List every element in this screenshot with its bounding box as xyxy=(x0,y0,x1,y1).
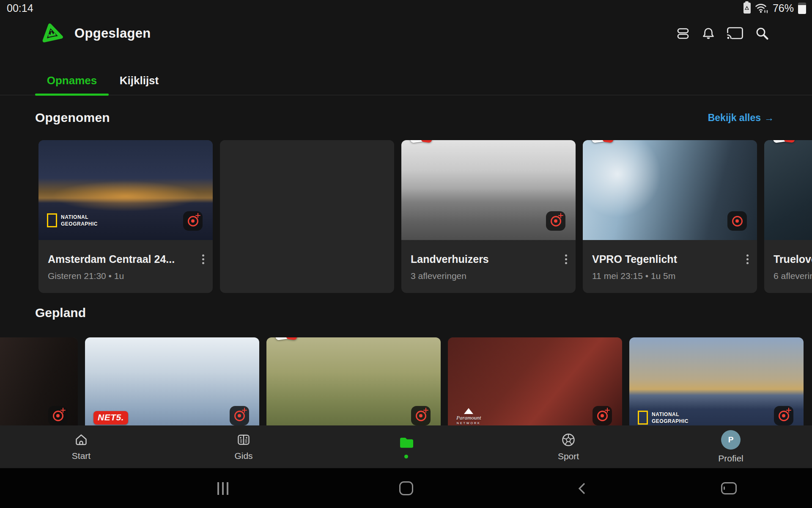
home-button-icon[interactable] xyxy=(397,468,415,508)
clock: 00:14 xyxy=(7,2,33,14)
recents-button-icon[interactable] xyxy=(212,468,233,508)
recording-thumbnail: npo 2 xyxy=(401,140,576,240)
kpn-logo-icon xyxy=(40,22,63,45)
natgeo-logo: NATIONAL GEOGRAPHIC xyxy=(638,411,689,425)
recording-subtitle: 6 afleveringen xyxy=(774,271,812,281)
recording-card-amsterdam[interactable]: NATIONAL GEOGRAPHIC Amsterdam Centraal 2… xyxy=(38,140,213,293)
recording-title: Amsterdam Centraal 24... xyxy=(48,253,187,265)
soccer-ball-icon xyxy=(561,432,576,447)
search-icon[interactable] xyxy=(754,26,770,41)
arrow-right-icon: → xyxy=(764,112,774,124)
record-badge-icon xyxy=(727,211,747,231)
recording-title: VPRO Tegenlicht xyxy=(592,253,732,265)
see-all-link[interactable]: Bekijk alles → xyxy=(708,112,774,124)
brand: Opgeslagen xyxy=(40,22,151,45)
battery-icon xyxy=(798,3,806,14)
record-series-badge-icon xyxy=(546,211,565,231)
home-icon xyxy=(74,433,88,447)
active-tab-dot xyxy=(404,455,408,458)
section-title-recorded: Opgenomen xyxy=(35,110,110,125)
npo2-logo: npo 2 xyxy=(410,140,434,145)
planned-thumbnail: NATIONAL GEOGRAPHIC xyxy=(629,337,804,437)
npo2-logo: npo 2 xyxy=(591,140,616,145)
card-placeholder xyxy=(220,140,394,293)
planned-thumbnail: Paramount NETWORK xyxy=(448,337,622,437)
record-series-badge-icon xyxy=(593,406,612,425)
record-series-badge-icon xyxy=(230,406,249,425)
status-bar: 00:14 76% xyxy=(0,0,812,15)
folder-icon xyxy=(398,435,414,450)
profile-avatar: P xyxy=(721,430,741,450)
planned-thumbnail: npo 2 xyxy=(266,337,441,437)
app-header: Opgeslagen xyxy=(0,15,812,52)
npo2-logo: npo 2 xyxy=(275,337,299,342)
empty-thumbnail xyxy=(220,140,394,240)
back-button-icon[interactable] xyxy=(573,468,592,508)
app-screen: 00:14 76% xyxy=(0,0,812,508)
recording-thumbnail: NATIONAL GEOGRAPHIC xyxy=(38,140,213,240)
natgeo-frame-icon xyxy=(47,213,57,227)
more-options-icon[interactable] xyxy=(202,254,204,264)
recorded-carousel: NATIONAL GEOGRAPHIC Amsterdam Centraal 2… xyxy=(38,140,812,293)
recording-title: Truelove xyxy=(774,253,812,265)
natgeo-frame-icon xyxy=(638,411,648,425)
section-title-planned: Gepland xyxy=(35,306,86,320)
tab-kijklijst-label: Kijklijst xyxy=(120,74,159,87)
record-series-badge-icon xyxy=(183,211,203,231)
status-icons: 76% xyxy=(743,2,806,14)
tab-opnames[interactable]: Opnames xyxy=(35,66,109,95)
floating-window-button-icon[interactable] xyxy=(719,468,738,508)
planned-thumbnail xyxy=(0,337,78,437)
recording-thumbnail: npo 2 xyxy=(764,140,812,240)
nav-item-gids[interactable]: Gids xyxy=(162,425,325,468)
nav-item-sport[interactable]: Sport xyxy=(487,425,650,468)
record-series-badge-icon xyxy=(48,406,68,425)
npo2-logo: npo 2 xyxy=(773,140,797,145)
recording-card-truelove[interactable]: npo 2 Truelove 6 afleveringen xyxy=(764,140,812,293)
page-title: Opgeslagen xyxy=(74,26,151,41)
nav-item-profiel[interactable]: P Profiel xyxy=(650,425,812,468)
nav-item-start[interactable]: Start xyxy=(0,425,162,468)
tab-opnames-label: Opnames xyxy=(47,74,97,87)
system-navigation-bar xyxy=(0,468,812,508)
paramount-logo: Paramount NETWORK xyxy=(456,408,481,425)
paramount-mountain-icon xyxy=(464,408,473,414)
notifications-bell-icon[interactable] xyxy=(701,26,716,41)
wifi-icon xyxy=(755,2,768,14)
recording-thumbnail: npo 2 xyxy=(583,140,757,240)
record-series-badge-icon xyxy=(411,406,431,425)
channel-list-icon[interactable] xyxy=(676,26,690,41)
nav-item-opgeslagen-active[interactable] xyxy=(325,425,487,468)
tab-kijklijst[interactable]: Kijklijst xyxy=(112,66,167,95)
recording-subtitle: 3 afleveringen xyxy=(411,271,550,281)
recording-subtitle: 11 mei 23:15 • 1u 5m xyxy=(592,271,732,281)
more-options-icon[interactable] xyxy=(746,254,749,264)
recording-card-vpro-tegenlicht[interactable]: npo 2 VPRO Tegenlicht 11 mei 23:15 • 1u … xyxy=(583,140,757,293)
guide-icon xyxy=(236,433,251,447)
record-series-badge-icon xyxy=(774,406,793,425)
natgeo-logo: NATIONAL GEOGRAPHIC xyxy=(47,213,98,227)
see-all-label: Bekijk alles xyxy=(708,112,761,124)
recording-title: Landverhuizers xyxy=(411,253,550,265)
battery-saver-icon xyxy=(743,3,751,14)
more-options-icon[interactable] xyxy=(565,254,567,264)
planned-thumbnail: NET5. xyxy=(85,337,259,437)
bottom-navigation: Start Gids xyxy=(0,425,812,468)
recording-subtitle: Gisteren 21:30 • 1u xyxy=(48,271,187,281)
tab-bar: Opnames Kijklijst xyxy=(0,66,812,95)
recording-card-landverhuizers[interactable]: npo 2 Landverhuizers 3 afleveringen xyxy=(401,140,576,293)
cast-icon[interactable] xyxy=(727,27,743,40)
battery-percent: 76% xyxy=(773,2,794,14)
net5-logo: NET5. xyxy=(93,411,128,425)
